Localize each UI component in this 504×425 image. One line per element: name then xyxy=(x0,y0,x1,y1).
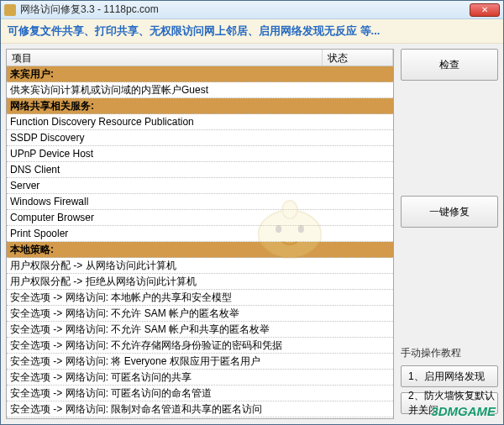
list-item[interactable]: UPnP Device Host xyxy=(7,146,393,162)
list-item[interactable]: Function Discovery Resource Publication xyxy=(7,114,393,130)
list-item[interactable]: 供来宾访问计算机或访问域的内置帐户Guest xyxy=(7,82,393,98)
col-item: 项目 xyxy=(7,50,323,66)
side-panel: 检查 一键修复 手动操作教程 1、启用网络发现 2、防火墙恢复默认并关闭 xyxy=(401,49,498,419)
group-header: 网络共享相关服务: xyxy=(7,98,393,114)
site-watermark: 3DMGAME xyxy=(431,404,496,418)
list-item[interactable]: 安全选项 -> 网络访问: 不允许 SAM 帐户和共享的匿名枚举 xyxy=(7,322,393,338)
check-button[interactable]: 检查 xyxy=(401,49,498,81)
list-item[interactable]: SSDP Discovery xyxy=(7,130,393,146)
group-header: 来宾用户: xyxy=(7,66,393,82)
step1-button[interactable]: 1、启用网络发现 xyxy=(401,365,498,387)
list-item[interactable]: DNS Client xyxy=(7,162,393,178)
col-status: 状态 xyxy=(323,50,393,66)
column-header: 项目 状态 xyxy=(7,50,393,66)
main-body: 项目 状态 来宾用户:供来宾访问计算机或访问域的内置帐户Guest网络共享相关服… xyxy=(1,44,503,424)
list-item[interactable]: 安全选项 -> 网络访问: 允许匿名 SID/名称转换 xyxy=(7,417,393,418)
items-panel: 项目 状态 来宾用户:供来宾访问计算机或访问域的内置帐户Guest网络共享相关服… xyxy=(6,49,394,419)
window-title: 网络访问修复3.3 - 1118pc.com xyxy=(20,3,470,17)
items-list[interactable]: 来宾用户:供来宾访问计算机或访问域的内置帐户Guest网络共享相关服务:Func… xyxy=(7,66,393,418)
list-item[interactable]: 用户权限分配 -> 拒绝从网络访问此计算机 xyxy=(7,274,393,290)
list-item[interactable]: Server xyxy=(7,178,393,194)
group-header: 本地策略: xyxy=(7,242,393,258)
list-item[interactable]: Computer Browser xyxy=(7,210,393,226)
list-item[interactable]: 安全选项 -> 网络访问: 可匿名访问的共享 xyxy=(7,370,393,386)
app-window: 网络访问修复3.3 - 1118pc.com ✕ 可修复文件共享、打印共享、无权… xyxy=(0,0,504,425)
list-item[interactable]: Print Spooler xyxy=(7,226,393,242)
list-item[interactable]: Windows Firewall xyxy=(7,194,393,210)
repair-button[interactable]: 一键修复 xyxy=(401,196,498,228)
title-bar: 网络访问修复3.3 - 1118pc.com ✕ xyxy=(1,1,503,19)
guide-label: 手动操作教程 xyxy=(401,346,498,360)
list-item[interactable]: 安全选项 -> 网络访问: 不允许存储网络身份验证的密码和凭据 xyxy=(7,338,393,354)
list-item[interactable]: 安全选项 -> 网络访问: 可匿名访问的命名管道 xyxy=(7,386,393,401)
list-item[interactable]: 用户权限分配 -> 从网络访问此计算机 xyxy=(7,258,393,274)
app-icon xyxy=(4,4,16,16)
list-item[interactable]: 安全选项 -> 网络访问: 不允许 SAM 帐户的匿名枚举 xyxy=(7,306,393,322)
list-item[interactable]: 安全选项 -> 网络访问: 本地帐户的共享和安全模型 xyxy=(7,290,393,306)
list-item[interactable]: 安全选项 -> 网络访问: 将 Everyone 权限应用于匿名用户 xyxy=(7,354,393,370)
list-item[interactable]: 安全选项 -> 网络访问: 限制对命名管道和共享的匿名访问 xyxy=(7,401,393,417)
description-banner: 可修复文件共享、打印共享、无权限访问网上邻居、启用网络发现无反应 等... xyxy=(1,19,503,44)
close-button[interactable]: ✕ xyxy=(470,3,500,17)
